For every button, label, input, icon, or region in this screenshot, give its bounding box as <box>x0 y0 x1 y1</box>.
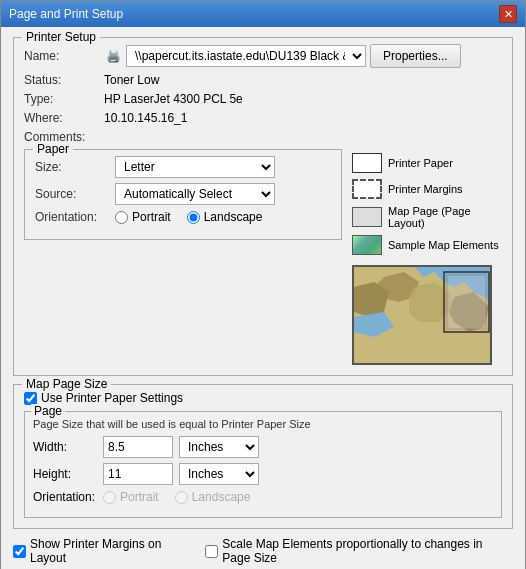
source-label: Source: <box>35 187 115 201</box>
status-label: Status: <box>24 73 104 87</box>
where-value: 10.10.145.16_1 <box>104 111 187 125</box>
legend-printer-paper-box <box>352 153 382 173</box>
printer-select[interactable]: \\papercut.its.iastate.edu\DU139 Black &… <box>126 45 366 67</box>
legend-sample-map-label: Sample Map Elements <box>388 239 499 251</box>
comments-row: Comments: <box>24 130 502 144</box>
use-settings-label[interactable]: Use Printer Paper Settings <box>41 391 183 405</box>
page-sub-group: Page Page Size that will be used is equa… <box>24 411 502 518</box>
show-margins-row: Show Printer Margins on Layout <box>13 537 185 565</box>
page-landscape-radio <box>175 491 188 504</box>
paper-source-row: Source: Automatically Select <box>35 183 331 205</box>
landscape-label: Landscape <box>204 210 263 224</box>
svg-rect-8 <box>447 275 486 329</box>
paper-group: Paper Size: Letter Source: A <box>24 149 342 240</box>
use-settings-row: Use Printer Paper Settings <box>24 391 502 405</box>
scale-map-label[interactable]: Scale Map Elements proportionally to cha… <box>222 537 513 565</box>
printer-setup-label: Printer Setup <box>22 30 100 44</box>
map-preview <box>352 265 492 365</box>
landscape-radio-label[interactable]: Landscape <box>187 210 263 224</box>
where-label: Where: <box>24 111 104 125</box>
orientation-radio-group: Portrait Landscape <box>115 210 262 224</box>
title-bar: Page and Print Setup ✕ <box>1 1 525 27</box>
paper-label: Paper <box>33 142 73 156</box>
right-panel: Printer Paper Printer Margins Map Page (… <box>352 149 502 365</box>
height-input[interactable] <box>103 463 173 485</box>
left-panel: Paper Size: Letter Source: A <box>24 149 342 365</box>
page-orientation-radio-group: Portrait Landscape <box>103 490 250 504</box>
legend-printer-paper: Printer Paper <box>352 153 502 173</box>
width-input[interactable] <box>103 436 173 458</box>
page-orientation-label: Orientation: <box>33 490 103 504</box>
orientation-row: Orientation: Portrait Landscape <box>35 210 331 224</box>
height-row: Height: Inches Centimeters Points <box>33 463 493 485</box>
printer-setup-group: Printer Setup Name: 🖨️ \\papercut.its.ia… <box>13 37 513 376</box>
page-note: Page Size that will be used is equal to … <box>33 418 493 430</box>
map-page-size-group: Map Page Size Use Printer Paper Settings… <box>13 384 513 529</box>
paper-size-row: Size: Letter <box>35 156 331 178</box>
page-portrait-radio <box>103 491 116 504</box>
type-label: Type: <box>24 92 104 106</box>
show-margins-checkbox[interactable] <box>13 545 26 558</box>
printer-name-row: Name: 🖨️ \\papercut.its.iastate.edu\DU13… <box>24 44 502 68</box>
page-portrait-text: Portrait <box>120 490 159 504</box>
paper-size-select[interactable]: Letter <box>115 156 275 178</box>
portrait-radio-label[interactable]: Portrait <box>115 210 171 224</box>
legend-printer-margins-box <box>352 179 382 199</box>
close-button[interactable]: ✕ <box>499 5 517 23</box>
properties-button[interactable]: Properties... <box>370 44 461 68</box>
legend-map-page: Map Page (Page Layout) <box>352 205 502 229</box>
portrait-label: Portrait <box>132 210 171 224</box>
main-content: Paper Size: Letter Source: A <box>24 149 502 365</box>
size-label: Size: <box>35 160 115 174</box>
legend-sample-map: Sample Map Elements <box>352 235 502 255</box>
legend-sample-map-box <box>352 235 382 255</box>
use-settings-checkbox[interactable] <box>24 392 37 405</box>
type-value: HP LaserJet 4300 PCL 5e <box>104 92 243 106</box>
show-margins-label[interactable]: Show Printer Margins on Layout <box>30 537 185 565</box>
page-print-setup-dialog: Page and Print Setup ✕ Printer Setup Nam… <box>0 0 526 569</box>
width-row: Width: Inches Centimeters Points <box>33 436 493 458</box>
page-sub-title: Page <box>31 404 65 418</box>
source-select[interactable]: Automatically Select <box>115 183 275 205</box>
width-label: Width: <box>33 440 103 454</box>
page-orientation-row: Orientation: Portrait Landscape <box>33 490 493 504</box>
map-svg <box>354 267 492 365</box>
portrait-radio[interactable] <box>115 211 128 224</box>
type-row: Type: HP LaserJet 4300 PCL 5e <box>24 92 502 106</box>
legend-printer-paper-label: Printer Paper <box>388 157 453 169</box>
page-portrait-label[interactable]: Portrait <box>103 490 159 504</box>
legend-printer-margins: Printer Margins <box>352 179 502 199</box>
height-units-select[interactable]: Inches Centimeters Points <box>179 463 259 485</box>
dialog-body: Printer Setup Name: 🖨️ \\papercut.its.ia… <box>1 27 525 569</box>
width-units-select[interactable]: Inches Centimeters Points <box>179 436 259 458</box>
legend-map-page-box <box>352 207 382 227</box>
scale-map-checkbox[interactable] <box>205 545 218 558</box>
page-landscape-label[interactable]: Landscape <box>175 490 251 504</box>
status-row: Status: Toner Low <box>24 73 502 87</box>
height-label: Height: <box>33 467 103 481</box>
name-label: Name: <box>24 49 104 63</box>
legend-printer-margins-label: Printer Margins <box>388 183 463 195</box>
map-inner <box>354 267 490 363</box>
page-landscape-text: Landscape <box>192 490 251 504</box>
bottom-checkboxes: Show Printer Margins on Layout Scale Map… <box>13 537 513 569</box>
map-page-size-label: Map Page Size <box>22 377 111 391</box>
legend-map-page-label: Map Page (Page Layout) <box>388 205 502 229</box>
where-row: Where: 10.10.145.16_1 <box>24 111 502 125</box>
orientation-label: Orientation: <box>35 210 115 224</box>
landscape-radio[interactable] <box>187 211 200 224</box>
scale-map-row: Scale Map Elements proportionally to cha… <box>205 537 513 565</box>
status-value: Toner Low <box>104 73 159 87</box>
dialog-title: Page and Print Setup <box>9 7 123 21</box>
printer-icon: 🖨️ <box>104 47 122 65</box>
